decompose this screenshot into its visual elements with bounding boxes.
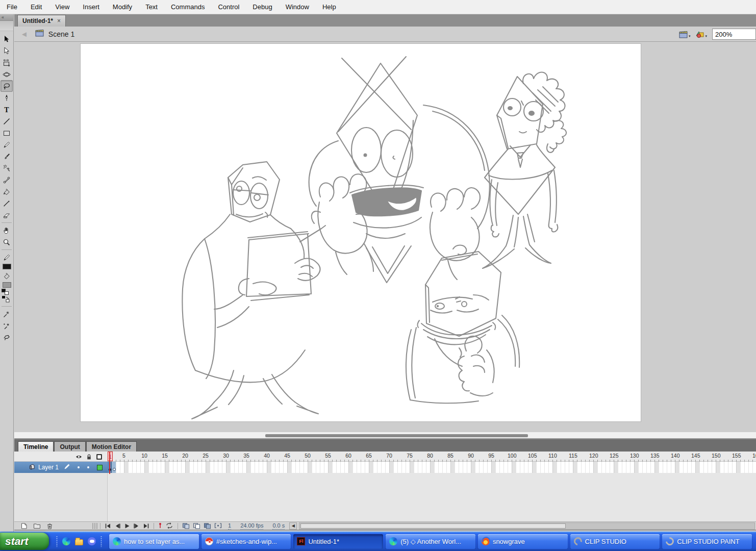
playhead[interactable] <box>109 452 110 474</box>
back-arrow-icon[interactable]: ◄ <box>20 30 28 38</box>
horizontal-scrollbar-thumb[interactable] <box>265 434 528 437</box>
layer-row-header[interactable]: Layer 1 <box>14 462 108 473</box>
eyedropper-tool[interactable] <box>1 197 13 209</box>
pencil-tool[interactable] <box>1 139 13 151</box>
pasteboard[interactable] <box>14 42 756 432</box>
brush-tool[interactable] <box>1 151 13 162</box>
tab-motion-editor[interactable]: Motion Editor <box>86 441 137 452</box>
free-transform-tool[interactable] <box>1 57 13 68</box>
modify-markers-button[interactable] <box>214 522 222 529</box>
wand-settings-option[interactable] <box>1 320 13 332</box>
layer-visibility-dot[interactable] <box>78 466 80 468</box>
tab-timeline[interactable]: Timeline <box>18 441 54 452</box>
new-folder-button[interactable] <box>33 522 41 529</box>
menu-help[interactable]: Help <box>316 0 343 14</box>
timeline-scrollbar[interactable] <box>299 522 755 530</box>
layer-outline-color-swatch[interactable] <box>97 465 103 470</box>
fill-color-swatch[interactable] <box>3 282 11 288</box>
menu-debug[interactable]: Debug <box>246 0 279 14</box>
fill-color-control[interactable] <box>1 270 13 282</box>
swap-colors-button[interactable] <box>2 295 10 305</box>
menu-insert[interactable]: Insert <box>76 0 106 14</box>
taskbar-button-clip-studio-paint[interactable]: CLIP STUDIO PAINT <box>662 534 752 549</box>
stage[interactable] <box>80 43 641 422</box>
collapse-panel-button[interactable]: « <box>0 14 13 21</box>
stroke-color-control[interactable] <box>1 252 13 263</box>
taskbar-button-clip-studio[interactable]: CLIP STUDIO <box>570 534 660 549</box>
outline-layers-icon[interactable] <box>96 453 103 462</box>
new-layer-button[interactable] <box>20 522 28 530</box>
taskbar-button-snowgrave[interactable]: snowgrave <box>478 534 568 549</box>
selection-tool[interactable] <box>1 33 13 45</box>
center-frame-icon[interactable] <box>158 522 162 529</box>
lock-layers-icon[interactable] <box>86 453 92 462</box>
frame-ruler[interactable]: 5101520253035404550556065707580859095100… <box>108 452 756 462</box>
line-tool[interactable] <box>1 115 13 127</box>
blank-keyframe-frame-2[interactable] <box>112 462 116 473</box>
discord-quick-launch-icon[interactable] <box>88 537 96 545</box>
menu-commands[interactable]: Commands <box>164 0 211 14</box>
document-tab[interactable]: Untitled-1* × <box>17 15 66 27</box>
pen-tool[interactable] <box>1 92 13 104</box>
zoom-tool[interactable] <box>1 236 13 248</box>
paint-bucket-tool[interactable] <box>1 186 13 197</box>
panel-header <box>0 21 13 31</box>
timeline-scrollbar-thumb[interactable] <box>300 523 566 529</box>
subselection-tool[interactable] <box>1 45 13 57</box>
layer-lock-dot[interactable] <box>87 466 89 468</box>
lasso-tool[interactable] <box>1 80 13 92</box>
panel-resize-grip[interactable] <box>92 523 97 529</box>
layer-frames-track[interactable] <box>108 462 756 473</box>
frame-rate-readout[interactable]: 24.00 fps <box>240 522 263 530</box>
toolbar-divider <box>2 306 12 307</box>
folder-quick-launch-icon[interactable] <box>75 539 83 545</box>
menu-text[interactable]: Text <box>139 0 164 14</box>
start-button[interactable]: start <box>0 533 49 550</box>
menu-edit[interactable]: Edit <box>24 0 48 14</box>
rectangle-tool[interactable] <box>1 127 13 139</box>
menu-modify[interactable]: Modify <box>106 0 139 14</box>
spray-brush-tool[interactable] <box>1 162 13 174</box>
edit-multiple-frames-button[interactable] <box>204 522 211 529</box>
bone-tool[interactable] <box>1 174 13 186</box>
menu-view[interactable]: View <box>48 0 76 14</box>
loop-playback-icon[interactable] <box>165 522 173 529</box>
timeline-scroll-left-button[interactable]: ◀ <box>289 522 297 530</box>
3d-rotation-tool[interactable] <box>1 68 13 80</box>
show-hide-layers-icon[interactable] <box>75 453 82 462</box>
stage-zoom-input[interactable] <box>712 29 756 40</box>
horizontal-scrollbar[interactable] <box>14 432 756 439</box>
menu-window[interactable]: Window <box>279 0 316 14</box>
go-to-last-frame-button[interactable] <box>143 523 149 529</box>
taskbar-button-untitled-1[interactable]: FlUntitled-1* <box>293 534 383 549</box>
edit-scene-button[interactable]: ▾ <box>679 31 691 38</box>
onion-skin-button[interactable] <box>182 522 190 529</box>
black-and-white-button[interactable] <box>2 289 9 295</box>
quick-launch-area <box>49 536 107 547</box>
polygon-mode-option[interactable] <box>1 332 13 343</box>
edge-quick-launch-icon[interactable] <box>62 537 70 545</box>
menu-control[interactable]: Control <box>211 0 246 14</box>
step-forward-button[interactable] <box>133 523 140 529</box>
close-tab-icon[interactable]: × <box>57 17 61 24</box>
play-button[interactable] <box>124 523 130 529</box>
magic-wand-option[interactable] <box>1 308 13 320</box>
delete-layer-trash-icon[interactable] <box>46 522 53 530</box>
hand-tool[interactable] <box>1 224 13 236</box>
text-tool[interactable]: T <box>1 104 13 115</box>
taskbar-button-5-another-worl[interactable]: (5) ◇ Another Worl... <box>386 534 475 549</box>
tools-panel: « T <box>0 14 14 533</box>
step-back-button[interactable] <box>114 523 121 529</box>
go-to-first-frame-button[interactable] <box>105 523 111 529</box>
menu-file[interactable]: File <box>0 0 24 14</box>
onion-skin-outlines-button[interactable] <box>193 522 200 529</box>
layer-row[interactable]: Layer 1 <box>14 462 756 473</box>
edit-symbols-button[interactable]: ▾ <box>695 30 707 38</box>
eraser-tool[interactable] <box>1 209 13 221</box>
layer-name[interactable]: Layer 1 <box>38 464 64 471</box>
stroke-color-swatch[interactable] <box>3 264 11 269</box>
character-smug <box>406 245 519 404</box>
tab-output[interactable]: Output <box>54 441 85 452</box>
taskbar-button-how-to-set-layer-as[interactable]: how to set layer as... <box>109 534 199 549</box>
taskbar-button-sketches-and-wip[interactable]: #sketches-and-wip... <box>201 534 291 549</box>
